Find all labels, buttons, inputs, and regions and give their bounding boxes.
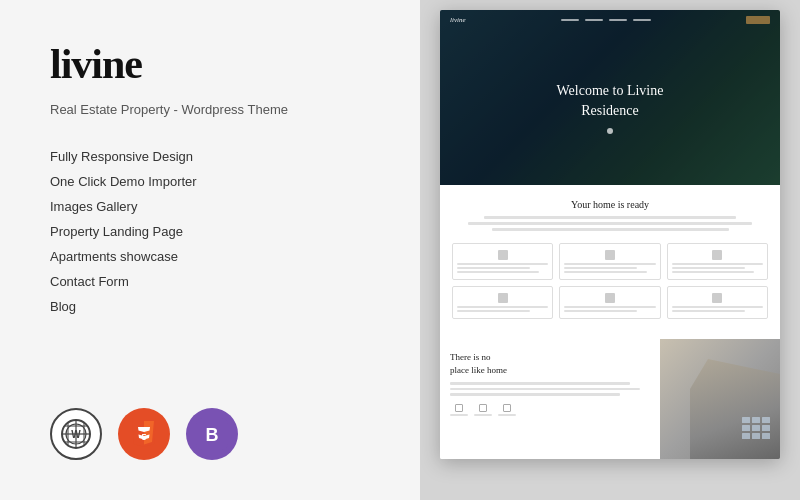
tagline: Real Estate Property - Wordpress Theme xyxy=(50,102,370,117)
preview-hero-overlay: livine Welcome to LivineResidence xyxy=(440,10,780,185)
feature-item-6: Contact Form xyxy=(50,274,370,289)
feature-item-2: One Click Demo Importer xyxy=(50,174,370,189)
building-windows xyxy=(742,417,770,439)
right-panel: livine Welcome to LivineResidence Your xyxy=(420,0,800,500)
feature-lines-5 xyxy=(564,306,655,312)
preview-nav-links xyxy=(561,19,651,21)
bottom-icon-line-2 xyxy=(474,414,492,416)
preview-container: livine Welcome to LivineResidence Your xyxy=(440,10,780,459)
feature-lines-6 xyxy=(672,306,763,312)
feature-item-5: Apartments showcase xyxy=(50,249,370,264)
preview-hero-content: Welcome to LivineResidence xyxy=(440,30,780,185)
tech-icons-row: W 5 B xyxy=(50,408,370,460)
bootstrap-svg: B xyxy=(196,418,228,450)
preview-hero: livine Welcome to LivineResidence xyxy=(440,10,780,185)
preview-content-section: Your home is ready xyxy=(440,185,780,339)
f-line-1b xyxy=(457,267,530,269)
window-5 xyxy=(752,425,760,431)
window-3 xyxy=(762,417,770,423)
b-line-3 xyxy=(450,393,620,396)
feature-card-2 xyxy=(559,243,660,280)
nav-link-1 xyxy=(561,19,579,21)
f-line-5a xyxy=(564,306,655,308)
bottom-icon-box-1 xyxy=(455,404,463,412)
preview-bottom-title: There is noplace like home xyxy=(450,351,650,376)
svg-text:B: B xyxy=(206,425,219,445)
brand-logo: livine xyxy=(50,40,370,88)
window-7 xyxy=(742,433,750,439)
text-line-3 xyxy=(492,228,729,231)
text-line-1 xyxy=(484,216,737,219)
feature-icon-4 xyxy=(498,293,508,303)
svg-text:W: W xyxy=(71,429,81,440)
feature-icon-3 xyxy=(712,250,722,260)
bottom-icon-box-3 xyxy=(503,404,511,412)
bottom-icon-2 xyxy=(474,404,492,416)
bottom-icon-line-1 xyxy=(450,414,468,416)
building-shape xyxy=(690,359,780,459)
feature-card-6 xyxy=(667,286,768,319)
window-4 xyxy=(742,425,750,431)
f-line-4a xyxy=(457,306,548,308)
f-line-4b xyxy=(457,310,530,312)
b-line-1 xyxy=(450,382,630,385)
f-line-1c xyxy=(457,271,539,273)
left-panel: livine Real Estate Property - Wordpress … xyxy=(0,0,420,500)
f-line-5b xyxy=(564,310,637,312)
f-line-3a xyxy=(672,263,763,265)
top-section: livine Real Estate Property - Wordpress … xyxy=(50,40,370,346)
f-line-2c xyxy=(564,271,646,273)
feature-icon-5 xyxy=(605,293,615,303)
window-8 xyxy=(752,433,760,439)
feature-icon-2 xyxy=(605,250,615,260)
f-line-2b xyxy=(564,267,637,269)
bottom-icon-line-3 xyxy=(498,414,516,416)
preview-bottom-icons xyxy=(450,404,650,416)
svg-text:5: 5 xyxy=(141,432,146,442)
feature-item-7: Blog xyxy=(50,299,370,314)
feature-icon-1 xyxy=(498,250,508,260)
feature-icon-6 xyxy=(712,293,722,303)
window-9 xyxy=(762,433,770,439)
bootstrap-icon: B xyxy=(186,408,238,460)
feature-lines-2 xyxy=(564,263,655,273)
preview-hero-title: Welcome to LivineResidence xyxy=(557,81,664,120)
feature-card-1 xyxy=(452,243,553,280)
feature-item-4: Property Landing Page xyxy=(50,224,370,239)
bottom-icon-1 xyxy=(450,404,468,416)
preview-building-image xyxy=(660,339,780,459)
f-line-3c xyxy=(672,271,754,273)
preview-nav: livine xyxy=(440,10,780,30)
features-list: Fully Responsive Design One Click Demo I… xyxy=(50,149,370,314)
html5-icon: 5 xyxy=(118,408,170,460)
preview-bottom-text: There is noplace like home xyxy=(440,339,660,459)
window-2 xyxy=(752,417,760,423)
preview-features-grid xyxy=(452,243,768,319)
feature-card-3 xyxy=(667,243,768,280)
feature-lines-1 xyxy=(457,263,548,273)
nav-link-2 xyxy=(585,19,603,21)
feature-item-3: Images Gallery xyxy=(50,199,370,214)
text-line-2 xyxy=(468,222,752,225)
f-line-3b xyxy=(672,267,745,269)
b-line-2 xyxy=(450,388,640,391)
window-6 xyxy=(762,425,770,431)
f-line-2a xyxy=(564,263,655,265)
preview-text-lines xyxy=(452,216,768,231)
f-line-6b xyxy=(672,310,745,312)
feature-lines-4 xyxy=(457,306,548,312)
nav-link-3 xyxy=(609,19,627,21)
feature-lines-3 xyxy=(672,263,763,273)
preview-bottom: There is noplace like home xyxy=(440,339,780,459)
wordpress-svg: W xyxy=(60,418,92,450)
bottom-icon-3 xyxy=(498,404,516,416)
nav-link-4 xyxy=(633,19,651,21)
feature-card-4 xyxy=(452,286,553,319)
bottom-icon-box-2 xyxy=(479,404,487,412)
preview-hero-dot xyxy=(607,128,613,134)
preview-nav-logo: livine xyxy=(450,16,466,24)
feature-card-5 xyxy=(559,286,660,319)
window-1 xyxy=(742,417,750,423)
preview-section-title: Your home is ready xyxy=(452,199,768,210)
f-line-1a xyxy=(457,263,548,265)
